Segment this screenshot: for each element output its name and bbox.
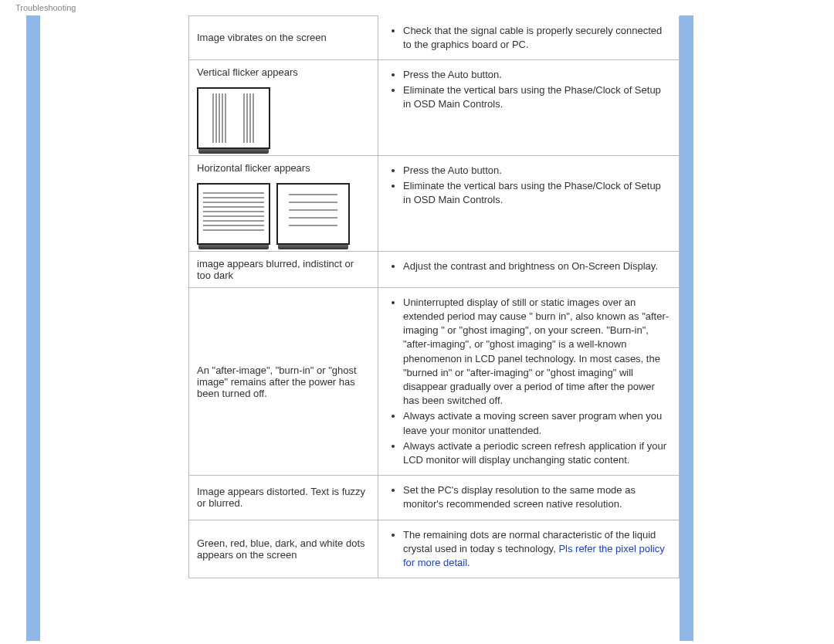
solution-item: Eliminate the vertical bars using the Ph… xyxy=(403,83,671,111)
problem-text: Vertical flicker appears xyxy=(197,66,298,78)
table-row: image appears blurred, indistinct or too… xyxy=(189,251,680,287)
left-stripe xyxy=(26,15,40,641)
table-row: Image vibrates on the screen Check that … xyxy=(189,16,680,60)
problem-cell: Green, red, blue, dark, and white dots a… xyxy=(189,520,378,578)
footer-path: file:///D|/LCD%20Monitor%20OEM/Philips/M… xyxy=(0,641,834,644)
solution-item: Uninterrupted display of still or static… xyxy=(403,296,671,408)
horizontal-flicker-icon xyxy=(276,183,350,245)
table-row: Horizontal flicker appears xyxy=(189,155,680,251)
solution-item: Press the Auto button. xyxy=(403,68,671,82)
right-stripe xyxy=(680,15,693,641)
solution-cell: Uninterrupted display of still or static… xyxy=(378,287,680,475)
page-header: Troubleshooting xyxy=(0,0,834,15)
solution-cell: Check that the signal cable is properly … xyxy=(378,16,680,60)
problem-cell: An "after-image", "burn-in" or "ghost im… xyxy=(189,287,378,475)
problem-text: Horizontal flicker appears xyxy=(197,162,310,174)
solution-item: Adjust the contrast and brightness on On… xyxy=(403,259,671,273)
table-row: Image appears distorted. Text is fuzzy o… xyxy=(189,476,680,520)
solution-item: Set the PC's display resolution to the s… xyxy=(403,483,671,511)
vertical-flicker-icon xyxy=(197,87,270,149)
problem-cell: Vertical flicker appears xyxy=(189,59,378,155)
solution-item: The remaining dots are normal characteri… xyxy=(403,528,671,571)
solution-item: Always activate a moving screen saver pr… xyxy=(403,409,671,437)
solution-item: Check that the signal cable is properly … xyxy=(403,24,671,52)
table-row: Vertical flicker appears xyxy=(189,59,680,155)
solution-item: Always activate a periodic screen refres… xyxy=(403,439,671,467)
solution-cell: Press the Auto button. Eliminate the ver… xyxy=(378,59,680,155)
solution-cell: Set the PC's display resolution to the s… xyxy=(378,476,680,520)
problem-cell: Horizontal flicker appears xyxy=(189,155,378,251)
solution-cell: Adjust the contrast and brightness on On… xyxy=(378,251,680,287)
table-row: Green, red, blue, dark, and white dots a… xyxy=(189,520,680,578)
problem-cell: image appears blurred, indistinct or too… xyxy=(189,251,378,287)
page-body: Image vibrates on the screen Check that … xyxy=(0,15,834,641)
solution-item: Press the Auto button. xyxy=(403,164,671,178)
problem-cell: Image vibrates on the screen xyxy=(189,16,378,60)
horizontal-flicker-icon xyxy=(197,183,270,245)
table-row: An "after-image", "burn-in" or "ghost im… xyxy=(189,287,680,475)
troubleshoot-table: Image vibrates on the screen Check that … xyxy=(188,15,680,578)
problem-cell: Image appears distorted. Text is fuzzy o… xyxy=(189,476,378,520)
solution-cell: Press the Auto button. Eliminate the ver… xyxy=(378,155,680,251)
solution-cell: The remaining dots are normal characteri… xyxy=(378,520,680,578)
solution-item: Eliminate the vertical bars using the Ph… xyxy=(403,179,671,207)
